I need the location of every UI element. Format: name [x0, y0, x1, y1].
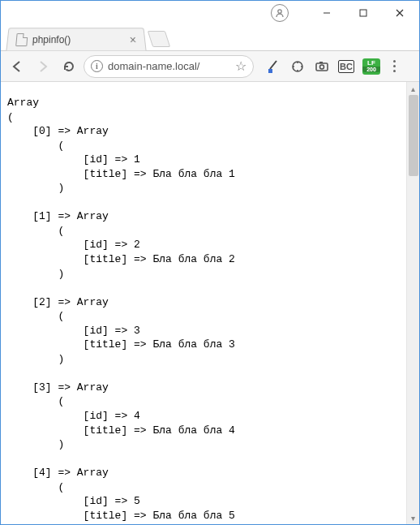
scrollbar-down-arrow[interactable]: ▾ [407, 511, 419, 524]
svg-rect-10 [319, 62, 323, 63]
url-text: domain-name.local/ [108, 60, 230, 72]
camera-extension-icon[interactable] [314, 58, 330, 75]
lf-badge-top: LF [367, 60, 375, 67]
lf-badge-bottom: 200 [362, 67, 380, 72]
scrollbar-up-arrow[interactable]: ▴ [407, 82, 419, 95]
vertical-scrollbar[interactable]: ▴ ▾ [406, 82, 419, 524]
window-titlebar [1, 1, 419, 25]
reload-button[interactable] [58, 55, 80, 78]
user-profile-icon[interactable] [271, 4, 289, 22]
svg-rect-6 [268, 69, 272, 73]
browser-tab[interactable]: phpinfo() × [6, 28, 146, 50]
forward-button[interactable] [32, 55, 54, 78]
scrollbar-thumb[interactable] [409, 95, 418, 176]
bc-extension-icon[interactable]: BC [338, 60, 354, 73]
svg-line-5 [270, 61, 276, 69]
svg-point-9 [320, 65, 324, 69]
back-button[interactable] [6, 55, 28, 78]
tab-close-icon[interactable]: × [129, 34, 136, 45]
tab-strip: phpinfo() × [1, 25, 419, 51]
new-tab-button[interactable] [148, 31, 170, 47]
browser-toolbar: i domain-name.local/ ☆ BC LF 200 [1, 51, 419, 82]
tab-title: phpinfo() [32, 34, 71, 45]
page-content: Array ( [0] => Array ( [id] => 1 [title]… [1, 93, 419, 524]
address-bar[interactable]: i domain-name.local/ ☆ [84, 55, 254, 78]
site-info-icon[interactable]: i [91, 60, 103, 72]
browser-menu-button[interactable] [393, 60, 396, 72]
window-minimize-button[interactable] [308, 2, 345, 24]
color-picker-extension-icon[interactable] [265, 58, 281, 75]
devtools-extension-icon[interactable] [289, 58, 306, 75]
window-maximize-button[interactable] [345, 2, 381, 24]
document-icon [15, 33, 28, 46]
extension-icons: BC LF 200 [265, 58, 399, 75]
window-close-button[interactable] [381, 2, 418, 24]
svg-point-0 [278, 10, 281, 13]
bookmark-star-icon[interactable]: ☆ [235, 58, 246, 74]
svg-rect-2 [360, 10, 366, 16]
lf-extension-icon[interactable]: LF 200 [362, 58, 380, 75]
